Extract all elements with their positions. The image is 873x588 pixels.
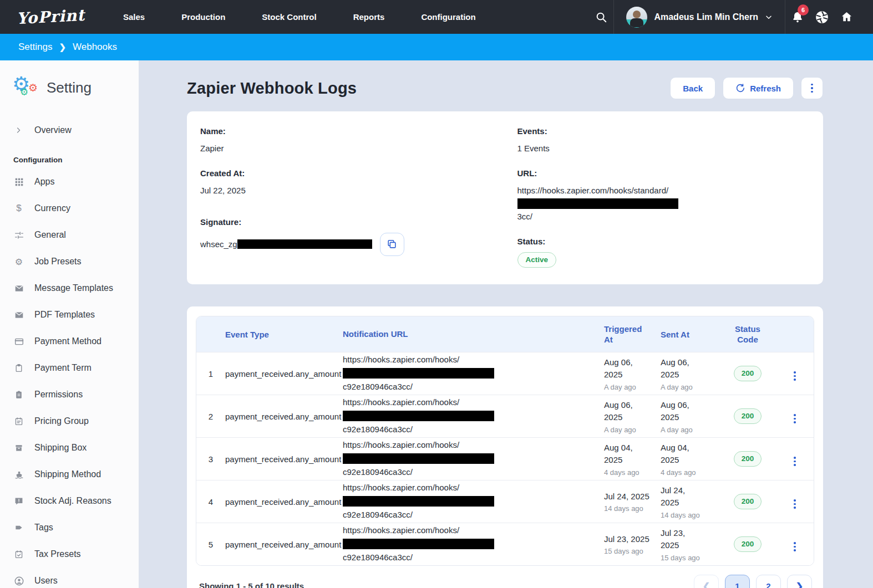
row-actions-button[interactable] xyxy=(794,452,796,466)
sidebar-item-shipping-method[interactable]: Shipping Method xyxy=(13,461,139,488)
sidebar-item-stock-adj-reasons[interactable]: Stock Adj. Reasons xyxy=(13,488,139,514)
triggered-at-cell: Aug 06, 2025 A day ago xyxy=(604,399,661,434)
comment-alert-icon xyxy=(13,497,24,505)
sidebar-section-configuration: Configuration xyxy=(13,156,139,164)
more-options-button[interactable] xyxy=(801,77,823,99)
sidebar-item-tags[interactable]: Tags xyxy=(13,514,139,541)
main-content: Zapier Webhook Logs Back Refresh xyxy=(139,60,873,588)
copy-icon xyxy=(387,239,397,249)
nav-item-production[interactable]: Production xyxy=(163,0,243,34)
header-status-code: Status Code xyxy=(719,324,776,345)
avatar xyxy=(626,7,647,28)
status-code-cell: 200 xyxy=(719,494,776,509)
nav-item-sales[interactable]: Sales xyxy=(105,0,163,34)
table-row: 4 payment_received.any_amount https://ho… xyxy=(196,480,814,523)
sidebar-item-payment-method[interactable]: Payment Method xyxy=(13,328,139,355)
table-row: 5 payment_received.any_amount https://ho… xyxy=(196,523,814,565)
details-right-column: Events: 1 Events URL: https://hooks.zapi… xyxy=(517,126,810,268)
sidebar-item-permissions[interactable]: Permissions xyxy=(13,381,139,408)
main-menu: Sales Production Stock Control Reports C… xyxy=(105,0,494,34)
url-label: URL: xyxy=(517,168,810,178)
settings-gears-icon: ⚙⚙⚙ xyxy=(13,75,39,100)
apps-grid-icon xyxy=(13,177,24,187)
user-menu[interactable]: Amadeus Lim Min Chern xyxy=(614,0,785,34)
sidebar-header: ⚙⚙⚙ Setting xyxy=(13,75,139,100)
sidebar-item-job-presets[interactable]: ⚙ Job Presets xyxy=(13,248,139,275)
events-label: Events: xyxy=(517,126,810,136)
breadcrumb: Settings ❯ Webhooks xyxy=(0,34,873,60)
table-header-row: Event Type Notification URL Triggered At… xyxy=(196,316,814,352)
sidebar-item-pricing-group[interactable]: Pricing Group xyxy=(13,408,139,434)
notifications-bell-icon[interactable]: 6 xyxy=(785,0,810,34)
status-code-cell: 200 xyxy=(719,451,776,467)
page-title: Zapier Webhook Logs xyxy=(187,79,357,98)
notification-url-cell: https://hooks.zapier.com/hooks/ c92e1809… xyxy=(343,396,604,437)
refresh-icon xyxy=(735,84,745,93)
search-icon[interactable] xyxy=(589,0,613,34)
breadcrumb-webhooks[interactable]: Webhooks xyxy=(73,42,117,53)
triggered-at-cell: Aug 06, 2025 A day ago xyxy=(604,356,661,391)
copy-signature-button[interactable] xyxy=(380,233,404,256)
row-index: 4 xyxy=(196,497,225,507)
sidebar-item-shipping-box[interactable]: Shipping Box xyxy=(13,434,139,461)
redacted-url xyxy=(343,368,494,379)
kebab-icon xyxy=(794,414,796,423)
triggered-at-cell: Jul 24, 2025 14 days ago xyxy=(604,490,661,513)
status-code-cell: 200 xyxy=(719,366,776,381)
home-icon[interactable] xyxy=(834,0,859,34)
row-actions-button[interactable] xyxy=(794,495,796,509)
sidebar-item-tax-presets[interactable]: Tax Presets xyxy=(13,541,139,567)
header-event-type: Event Type xyxy=(225,330,343,339)
sent-at-cell: Aug 06, 2025 A day ago xyxy=(661,399,719,434)
row-actions-button[interactable] xyxy=(794,410,796,423)
sidebar-item-overview[interactable]: Overview xyxy=(13,117,139,144)
nav-item-stock-control[interactable]: Stock Control xyxy=(243,0,334,34)
yoprint-logo[interactable]: YoPrint xyxy=(16,6,85,28)
kebab-icon xyxy=(794,542,796,551)
sent-at-cell: Aug 04, 2025 4 days ago xyxy=(661,442,719,477)
redacted-url xyxy=(343,496,494,507)
webhook-logs-card: Event Type Notification URL Triggered At… xyxy=(187,306,823,588)
kebab-icon xyxy=(811,84,813,93)
next-page-button[interactable]: ❯ xyxy=(787,575,812,588)
sidebar-item-users[interactable]: Users xyxy=(13,567,139,588)
redacted-signature xyxy=(237,239,372,249)
sidebar-item-general[interactable]: General xyxy=(13,222,139,248)
sent-at-cell: Jul 23, 2025 15 days ago xyxy=(661,527,719,562)
back-button[interactable]: Back xyxy=(670,77,715,99)
breadcrumb-settings[interactable]: Settings xyxy=(18,42,52,53)
sidebar-item-currency[interactable]: $ Currency xyxy=(13,195,139,222)
status-code-badge: 200 xyxy=(734,366,762,381)
refresh-button[interactable]: Refresh xyxy=(723,77,794,99)
sidebar-item-pdf-templates[interactable]: PDF Templates xyxy=(13,301,139,328)
sidebar-item-payment-term[interactable]: Payment Term xyxy=(13,355,139,381)
row-index: 3 xyxy=(196,454,225,464)
row-actions-button[interactable] xyxy=(794,367,796,381)
page-2-button[interactable]: 2 xyxy=(756,575,781,588)
envelope-icon xyxy=(13,310,24,320)
chevron-down-icon xyxy=(765,13,773,21)
url-value: https://hooks.zapier.com/hooks/standard/… xyxy=(517,184,810,223)
nav-item-reports[interactable]: Reports xyxy=(335,0,403,34)
header-notification-url: Notification URL xyxy=(343,328,604,341)
redacted-url xyxy=(343,453,494,464)
header-triggered-at: Triggered At xyxy=(604,324,661,345)
status-code-badge: 200 xyxy=(734,494,762,509)
status-code-cell: 200 xyxy=(719,536,776,552)
credit-card-icon xyxy=(13,337,24,346)
sidebar-item-apps[interactable]: Apps xyxy=(13,168,139,195)
row-actions-button[interactable] xyxy=(794,538,796,551)
navbar-right: Amadeus Lim Min Chern 6 xyxy=(589,0,859,34)
event-type-cell: payment_received.any_amount xyxy=(225,369,343,379)
tag-icon xyxy=(13,523,24,532)
box-icon xyxy=(13,443,24,452)
table-row: 2 payment_received.any_amount https://ho… xyxy=(196,395,814,437)
page-1-button[interactable]: 1 xyxy=(725,575,750,588)
table-row: 1 payment_received.any_amount https://ho… xyxy=(196,352,814,395)
settings-sidebar: ⚙⚙⚙ Setting Overview Configuration Apps … xyxy=(0,60,139,588)
sidebar-item-message-templates[interactable]: Message Templates xyxy=(13,275,139,301)
prev-page-button[interactable]: ❮ xyxy=(694,575,719,588)
shutter-icon[interactable] xyxy=(810,0,834,34)
created-at-label: Created At: xyxy=(200,168,493,178)
nav-item-configuration[interactable]: Configuration xyxy=(403,0,494,34)
